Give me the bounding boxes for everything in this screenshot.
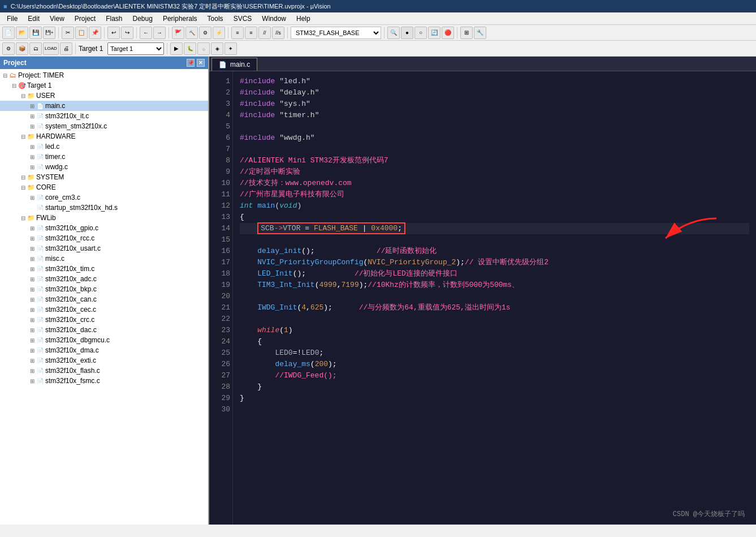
settings-btn[interactable]: 🔧	[474, 27, 486, 39]
panel-close-btn[interactable]: ✕	[197, 59, 205, 67]
tree-item[interactable]: ⊞📄stm32f10x_gpio.c	[0, 223, 208, 233]
tree-item[interactable]: ⊞📄stm32f10x_can.c	[0, 294, 208, 304]
debug-stop-btn[interactable]: ○	[414, 27, 427, 39]
menu-edit[interactable]: Edit	[23, 14, 44, 24]
tree-item[interactable]: ⊞📄stm32f10x_usart.c	[0, 243, 208, 254]
t2-flash-btn[interactable]: ⬦	[197, 42, 210, 55]
nav-back-btn[interactable]: ←	[140, 27, 152, 39]
t2-run-btn[interactable]: ▶	[170, 42, 183, 55]
t2-btn1[interactable]: ⚙	[2, 42, 15, 55]
tree-expand-icon[interactable]: ⊞	[28, 244, 36, 252]
t2-btn2[interactable]: 📦	[16, 42, 28, 55]
tree-expand-icon[interactable]: ⊞	[28, 306, 36, 313]
search-btn[interactable]: 🔍	[387, 27, 400, 39]
debug-load-btn[interactable]: 🔴	[442, 27, 454, 39]
tree-expand-icon[interactable]: ⊞	[28, 234, 36, 242]
tree-item[interactable]: ⊞📄stm32f10x_flash.c	[0, 366, 208, 376]
paste-btn[interactable]: 📌	[89, 27, 101, 39]
undo-btn[interactable]: ↩	[107, 27, 120, 39]
tree-expand-icon[interactable]: ⊞	[28, 102, 36, 110]
tree-item[interactable]: ⊟📁SYSTEM	[0, 172, 208, 182]
tree-expand-icon[interactable]: ⊞	[28, 265, 36, 273]
tree-item[interactable]: ⊞📄stm32f10x_dbgmcu.c	[0, 335, 208, 345]
grid-btn[interactable]: ⊞	[460, 27, 473, 39]
indent-btn[interactable]: ≡	[231, 27, 244, 39]
tree-item[interactable]: ⊞📄system_stm32f10x.c	[0, 121, 208, 131]
tree-expand-icon[interactable]: ⊞	[28, 122, 36, 130]
tree-expand-icon[interactable]: ⊞	[28, 163, 36, 171]
t2-misc-btn[interactable]: ✦	[224, 42, 237, 55]
tree-item[interactable]: ⊟📁HARDWARE	[0, 131, 208, 141]
tree-item[interactable]: ⊞📄stm32f10x_fsmc.c	[0, 376, 208, 386]
target-dropdown[interactable]: STM32_FLASH_BASE	[291, 27, 381, 39]
bookmark-btn[interactable]: 🚩	[172, 27, 184, 39]
tree-item[interactable]: ⊞📄stm32f10x_it.c	[0, 111, 208, 121]
target-select[interactable]: Target 1	[107, 42, 164, 55]
code-content[interactable]: #include "led.h"#include "delay.h"#inclu…	[233, 71, 756, 525]
t2-btn3[interactable]: 🗂	[29, 42, 42, 55]
tree-expand-icon[interactable]	[28, 204, 36, 212]
tree-expand-icon[interactable]: ⊞	[28, 346, 36, 354]
tree-expand-icon[interactable]: ⊟	[19, 132, 27, 140]
tab-main-c[interactable]: 📄 main.c	[211, 58, 257, 71]
tree-expand-icon[interactable]: ⊞	[28, 112, 36, 120]
tree-item[interactable]: ⊞📄timer.c	[0, 152, 208, 162]
tree-item[interactable]: ⊞📄misc.c	[0, 254, 208, 264]
t2-load-btn[interactable]: LOAD	[43, 42, 59, 55]
tree-item[interactable]: ⊟🎯Target 1	[0, 80, 208, 91]
format-btn[interactable]: //	[258, 27, 271, 39]
new-file-btn[interactable]: 📄	[2, 27, 15, 39]
save-all-btn[interactable]: 💾+	[43, 27, 55, 39]
menu-help[interactable]: Help	[292, 14, 315, 24]
tree-item[interactable]: ⊞📄stm32f10x_exti.c	[0, 355, 208, 366]
comment-btn[interactable]: //s	[272, 27, 284, 39]
nav-fwd-btn[interactable]: →	[153, 27, 166, 39]
tree-expand-icon[interactable]: ⊞	[28, 275, 36, 283]
tree-item[interactable]: ⊞📄stm32f10x_cec.c	[0, 304, 208, 315]
tree-item[interactable]: ⊞📄wwdg.c	[0, 162, 208, 172]
tree-expand-icon[interactable]: ⊟	[19, 214, 27, 222]
cut-btn[interactable]: ✂	[62, 27, 74, 39]
menu-view[interactable]: View	[45, 14, 69, 24]
tree-expand-icon[interactable]: ⊞	[28, 143, 36, 151]
t2-print-btn[interactable]: 🖨	[60, 42, 72, 55]
tree-expand-icon[interactable]: ⊞	[28, 224, 36, 232]
menu-window[interactable]: Window	[257, 14, 291, 24]
tree-item[interactable]: ⊞📄stm32f10x_adc.c	[0, 274, 208, 284]
tree-expand-icon[interactable]: ⊞	[28, 285, 36, 293]
tree-item[interactable]: 📄startup_stm32f10x_hd.s	[0, 203, 208, 213]
menu-flash[interactable]: Flash	[101, 14, 127, 24]
tree-expand-icon[interactable]: ⊞	[28, 326, 36, 334]
save-btn[interactable]: 💾	[29, 27, 42, 39]
t2-dbg-btn[interactable]: 🐛	[184, 42, 196, 55]
tree-expand-icon[interactable]: ⊞	[28, 194, 36, 201]
tree-item[interactable]: ⊟🗂Project: TIMER	[0, 70, 208, 80]
tree-expand-icon[interactable]: ⊟	[19, 92, 27, 100]
tree-expand-icon[interactable]: ⊞	[28, 316, 36, 324]
tree-item[interactable]: ⊞📄main.c	[0, 101, 208, 111]
tree-expand-icon[interactable]: ⊞	[28, 255, 36, 263]
tree-expand-icon[interactable]: ⊟	[19, 183, 27, 191]
tree-item[interactable]: ⊞📄core_cm3.c	[0, 192, 208, 203]
tree-item[interactable]: ⊞📄stm32f10x_rcc.c	[0, 233, 208, 243]
menu-peripherals[interactable]: Peripherals	[158, 14, 202, 24]
unindent-btn[interactable]: ≡	[245, 27, 257, 39]
panel-pin-btn[interactable]: 📌	[187, 59, 195, 67]
tree-item[interactable]: ⊟📁FWLib	[0, 213, 208, 223]
redo-btn[interactable]: ↪	[121, 27, 133, 39]
tree-expand-icon[interactable]: ⊟	[10, 81, 18, 89]
tree-item[interactable]: ⊟📁CORE	[0, 182, 208, 192]
menu-tools[interactable]: Tools	[203, 14, 228, 24]
tree-expand-icon[interactable]: ⊞	[28, 356, 36, 364]
tree-item[interactable]: ⊞📄stm32f10x_dma.c	[0, 345, 208, 355]
build3-btn[interactable]: ⚡	[213, 27, 225, 39]
build-btn[interactable]: 🔨	[185, 27, 198, 39]
tree-item[interactable]: ⊞📄stm32f10x_crc.c	[0, 315, 208, 325]
tree-expand-icon[interactable]: ⊟	[1, 71, 9, 79]
tree-expand-icon[interactable]: ⊞	[28, 295, 36, 303]
tree-item[interactable]: ⊟📁USER	[0, 91, 208, 101]
tree-expand-icon[interactable]: ⊞	[28, 377, 36, 385]
tree-item[interactable]: ⊞📄stm32f10x_tim.c	[0, 264, 208, 274]
tree-expand-icon[interactable]: ⊟	[19, 173, 27, 181]
tree-item[interactable]: ⊞📄led.c	[0, 141, 208, 152]
